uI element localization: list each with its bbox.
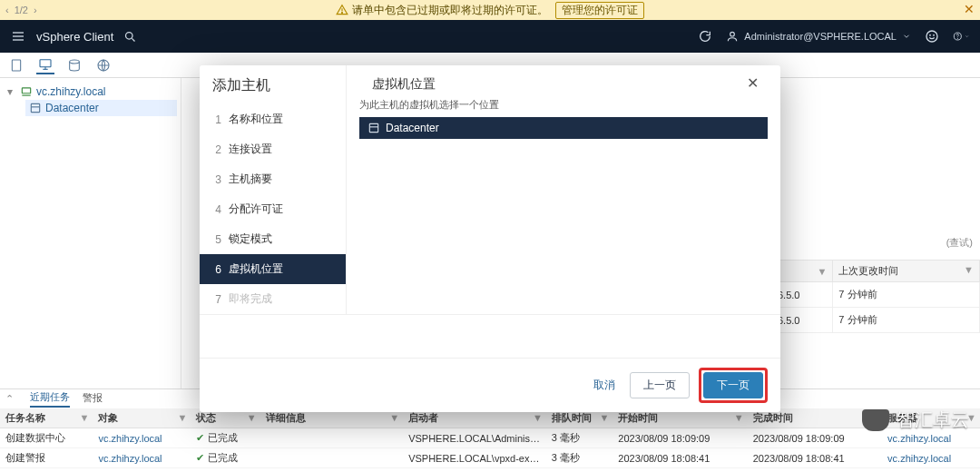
svg-point-9	[930, 34, 931, 35]
col-empty[interactable]: ▼	[772, 261, 833, 282]
page-next[interactable]: ›	[34, 5, 37, 15]
svg-rect-23	[369, 123, 377, 132]
smile-icon[interactable]	[924, 28, 940, 44]
svg-rect-13	[12, 60, 20, 71]
wizard-step-5[interactable]: 5锁定模式	[200, 224, 346, 254]
tree-root-label: vc.zhihzy.local	[36, 85, 105, 98]
datacenter-icon	[29, 102, 42, 114]
wechat-icon	[862, 409, 889, 431]
wizard-step-1[interactable]: 1名称和位置	[200, 104, 346, 134]
networking-icon[interactable]	[94, 56, 113, 74]
caret-down-icon[interactable]: ▾	[7, 85, 16, 98]
user-name: Administrator@VSPHERE.LOCAL	[744, 31, 897, 42]
table-row[interactable]: 6.5.07 分钟前	[772, 308, 980, 333]
partial-table: ▼ 上次更改时间▼ 6.5.07 分钟前 6.5.07 分钟前	[771, 260, 980, 369]
watermark-text: 智汇卓云	[897, 408, 969, 432]
col-lastmod[interactable]: 上次更改时间▼	[833, 261, 980, 282]
svg-point-7	[730, 32, 735, 36]
inventory-tree: ▾ vc.zhihzy.local Datacenter	[0, 78, 181, 388]
svg-point-1	[342, 12, 343, 13]
recent-tasks-table: 任务名称▼对象▼状态▼详细信息▼启动者▼排队时间▼开始时间▼完成时间▼服务器▼ …	[0, 408, 980, 472]
user-icon	[726, 30, 739, 43]
tab-recent-tasks[interactable]: 近期任务	[30, 390, 70, 408]
svg-point-5	[125, 32, 132, 39]
wizard-step-6[interactable]: 6虚拟机位置	[200, 254, 346, 284]
task-row[interactable]: 创建数据中心vc.zhihzy.local✔已完成VSPHERE.LOCAL\A…	[0, 428, 980, 448]
filter-icon[interactable]: ▼	[817, 266, 827, 277]
add-host-wizard: 添加主机 1名称和位置2连接设置3主机摘要4分配许可证5锁定模式6虚拟机位置7即…	[200, 65, 780, 412]
wizard-step-4[interactable]: 4分配许可证	[200, 194, 346, 224]
svg-rect-14	[40, 59, 51, 66]
expand-panel-icon[interactable]: ⌃	[5, 393, 14, 405]
chevron-down-icon	[902, 32, 911, 41]
wizard-title: 添加主机	[200, 65, 346, 104]
prev-button[interactable]: 上一页	[630, 372, 690, 398]
license-warning-bar: ‹ 1/2 › 请单中包含已过期或即将过期的许可证。 管理您的许可证 ✕	[0, 0, 980, 20]
datacenter-icon	[368, 122, 380, 134]
page-prev[interactable]: ‹	[5, 5, 9, 15]
vm-location-item[interactable]: Datacenter	[359, 117, 768, 139]
filter-icon[interactable]: ▼	[964, 264, 974, 275]
watermark: 智汇卓云	[862, 408, 969, 432]
wizard-step-7: 7即将完成	[200, 284, 346, 314]
menu-icon[interactable]	[11, 29, 25, 44]
tree-datacenter[interactable]: Datacenter	[25, 100, 177, 116]
storage-icon[interactable]	[65, 56, 83, 74]
svg-point-8	[926, 31, 937, 42]
tab-alarms[interactable]: 警报	[83, 391, 103, 407]
vcenter-icon	[20, 85, 33, 98]
task-row[interactable]: 创建警报vc.zhihzy.local✔已完成VSPHERE.LOCAL\vpx…	[0, 448, 980, 468]
warning-text: 请单中包含已过期或即将过期的许可证。	[352, 3, 548, 18]
svg-line-6	[132, 38, 134, 41]
task-col[interactable]: 对象▼	[93, 408, 191, 428]
vm-location-label: Datacenter	[386, 122, 439, 134]
search-icon[interactable]	[122, 29, 137, 44]
table-row[interactable]: 6.5.07 分钟前	[772, 282, 980, 308]
next-button-highlight: 下一页	[699, 368, 768, 403]
user-menu[interactable]: Administrator@VSPHERE.LOCAL	[726, 30, 911, 43]
step-description: 为此主机的虚拟机选择一个位置	[359, 98, 768, 112]
svg-point-10	[934, 34, 935, 35]
hosts-clusters-icon[interactable]	[7, 56, 25, 74]
manage-licenses-link[interactable]: 管理您的许可证	[555, 2, 644, 19]
next-button[interactable]: 下一页	[703, 372, 763, 398]
close-icon[interactable]: ✕	[747, 74, 759, 92]
chevron-down-icon	[965, 33, 969, 40]
svg-rect-19	[22, 88, 30, 93]
app-title: vSphere Client	[36, 30, 113, 44]
tree-root[interactable]: ▾ vc.zhihzy.local	[4, 84, 177, 100]
task-row[interactable]: 部署插件vc.zhihzy.local✔已完成com.vmware.vum.cl…	[0, 468, 980, 473]
svg-point-17	[70, 60, 80, 64]
wizard-step-3[interactable]: 3主机摘要	[200, 164, 346, 194]
warning-icon	[336, 4, 348, 16]
search-hint: (查试)	[946, 236, 973, 250]
tree-datacenter-label: Datacenter	[45, 102, 99, 114]
task-col[interactable]: 任务名称▼	[0, 408, 93, 428]
page-indicator: 1/2	[15, 5, 28, 15]
step-title: 虚拟机位置	[372, 76, 436, 91]
svg-rect-21	[31, 103, 39, 112]
refresh-icon[interactable]	[697, 28, 713, 44]
cancel-button[interactable]: 取消	[593, 378, 615, 393]
help-icon[interactable]	[953, 28, 969, 44]
close-warning-icon[interactable]: ✕	[964, 2, 975, 16]
app-header: vSphere Client Administrator@VSPHERE.LOC…	[0, 20, 980, 53]
wizard-step-2[interactable]: 2连接设置	[200, 134, 346, 164]
vms-templates-icon[interactable]	[36, 56, 54, 74]
